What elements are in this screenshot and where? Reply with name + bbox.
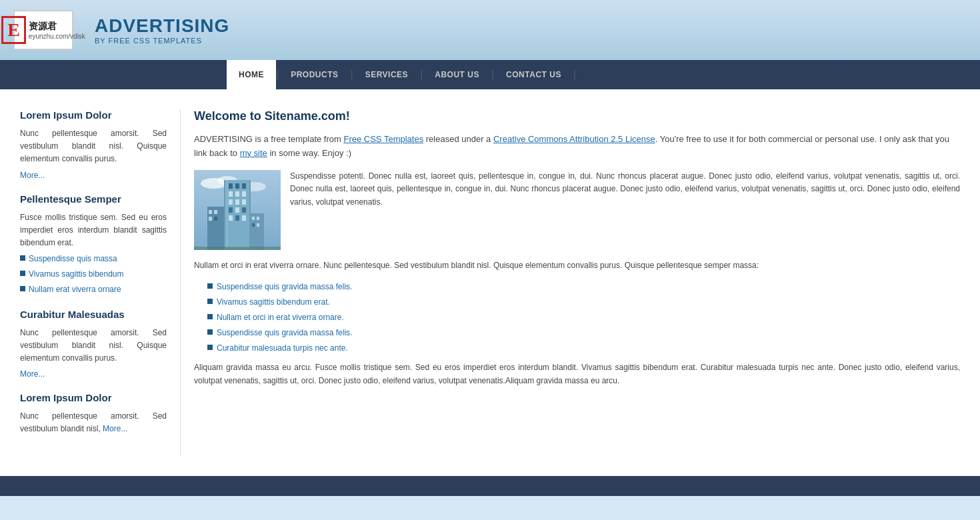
bullet-icon — [20, 255, 25, 261]
list-item: Vivamus sagittis bibendum — [20, 269, 167, 280]
sidebar-more-2[interactable]: More... — [20, 369, 45, 379]
content-link-1[interactable]: Suspendisse quis gravida massa felis. — [217, 281, 352, 293]
sidebar-title-3: Curabitur Malesuadas — [20, 309, 167, 320]
svg-rect-32 — [194, 247, 281, 250]
logo-area: E 资源君 eyunzhu.com/vdisk ADVERTISING BY F… — [13, 10, 229, 50]
content-list-main: Suspendisse quis gravida massa felis. Vi… — [207, 281, 960, 353]
content-link-4[interactable]: Suspendisse quis gravida massa felis. — [217, 327, 352, 339]
sidebar: Lorem Ipsum Dolor Nunc pellentesque amor… — [20, 103, 167, 463]
content-para-2: Nullam et orci in erat viverra ornare. N… — [194, 259, 960, 273]
list-item: Suspendisse quis gravida massa felis. — [207, 327, 960, 339]
bullet-icon — [20, 286, 25, 291]
svg-rect-5 — [225, 180, 249, 249]
svg-rect-7 — [229, 183, 233, 189]
sidebar-text-4: Nunc pellentesque amorsit. Sed vestibulu… — [20, 410, 167, 435]
sidebar-title-2: Pellentesque Semper — [20, 193, 167, 205]
content-block-with-image: Suspendisse potenti. Donec nulla est, la… — [194, 170, 960, 250]
list-item: Vivamus sagittis bibendum erat. — [207, 297, 960, 308]
svg-rect-23 — [209, 210, 212, 214]
nav-inner: HOME | PRODUCTS | SERVICES | ABOUT US | … — [0, 60, 576, 89]
site-title-area: ADVERTISING BY FREE CSS TEMPLATES — [95, 15, 229, 45]
my-site-link[interactable]: my site — [240, 148, 267, 158]
svg-rect-19 — [229, 215, 233, 221]
sidebar-more-3[interactable]: More... — [103, 424, 127, 433]
footer — [0, 476, 980, 496]
nav-item-services[interactable]: SERVICES — [353, 60, 420, 89]
site-subtitle: BY FREE CSS TEMPLATES — [95, 37, 229, 45]
header: E 资源君 eyunzhu.com/vdisk ADVERTISING BY F… — [0, 0, 980, 60]
sidebar-more-1[interactable]: More... — [20, 171, 45, 180]
content-link-2[interactable]: Vivamus sagittis bibendum erat. — [217, 297, 330, 308]
svg-rect-31 — [257, 223, 259, 227]
logo-cn-text: 资源君 — [29, 21, 85, 33]
svg-rect-21 — [242, 215, 246, 221]
content-intro: ADVERTISING is a free template from Free… — [194, 133, 960, 161]
intro-text: ADVERTISING is a free template from — [194, 134, 343, 144]
content-para-3: Aliquam gravida massa eu arcu. Fusce mol… — [194, 361, 960, 388]
main-content: Welcome to Sitename.com! ADVERTISING is … — [194, 103, 960, 463]
sidebar-link-3[interactable]: Nullam erat viverra ornare — [29, 284, 121, 295]
content-title: Welcome to Sitename.com! — [194, 109, 960, 123]
svg-rect-17 — [235, 207, 239, 213]
bullet-icon — [207, 314, 213, 319]
svg-rect-25 — [209, 217, 212, 221]
svg-rect-14 — [235, 199, 239, 205]
after-link3: in some way. Enjoy :) — [267, 148, 351, 158]
list-item: Suspendisse quis massa — [20, 253, 167, 265]
logo-e-letter: E — [1, 16, 26, 44]
bullet-icon — [207, 329, 213, 335]
sidebar-list-1: Suspendisse quis massa Vivamus sagittis … — [20, 253, 167, 295]
released-text: released under a — [423, 134, 493, 144]
sidebar-text-3: Nunc pellentesque amorsit. Sed vestibulu… — [20, 327, 167, 365]
bullet-icon — [207, 345, 213, 350]
svg-rect-29 — [257, 217, 259, 220]
sidebar-link-2[interactable]: Vivamus sagittis bibendum — [29, 269, 124, 280]
svg-rect-28 — [252, 217, 255, 220]
svg-rect-6 — [225, 180, 228, 249]
content-para-1: Suspendisse potenti. Donec nulla est, la… — [290, 170, 960, 250]
sidebar-text-1: Nunc pellentesque amorsit. Sed vestibulu… — [20, 127, 167, 166]
svg-rect-10 — [229, 191, 233, 197]
svg-rect-16 — [229, 207, 233, 213]
sidebar-title-1: Lorem Ipsum Dolor — [20, 109, 167, 121]
svg-rect-11 — [235, 191, 239, 197]
nav-item-about[interactable]: ABOUT US — [423, 60, 491, 89]
content-link-5[interactable]: Curabitur malesuada turpis nec ante. — [217, 343, 348, 354]
cc-license-link[interactable]: Creative Commons Attribution 2.5 License — [493, 134, 655, 144]
site-title: ADVERTISING — [95, 15, 229, 37]
svg-rect-24 — [214, 210, 217, 214]
list-item: Nullam erat viverra ornare — [20, 284, 167, 295]
list-item: Curabitur malesuada turpis nec ante. — [207, 343, 960, 354]
bullet-icon — [207, 299, 213, 304]
svg-rect-20 — [235, 215, 239, 221]
sidebar-title-4: Lorem Ipsum Dolor — [20, 392, 167, 403]
logo-url-text: eyunzhu.com/vdisk — [29, 33, 85, 40]
nav-item-contact[interactable]: CONTACT US — [494, 60, 573, 89]
main-wrapper: Lorem Ipsum Dolor Nunc pellentesque amor… — [0, 89, 980, 476]
svg-rect-8 — [235, 183, 239, 189]
sidebar-link-1[interactable]: Suspendisse quis massa — [29, 253, 117, 265]
svg-rect-15 — [242, 199, 246, 205]
free-css-link[interactable]: Free CSS Templates — [343, 134, 423, 144]
sidebar-text-2: Fusce mollis tristique sem. Sed eu eros … — [20, 211, 167, 250]
building-image — [194, 170, 281, 250]
list-item: Suspendisse quis gravida massa felis. — [207, 281, 960, 293]
bullet-icon — [20, 271, 25, 276]
svg-rect-26 — [214, 217, 217, 221]
nav-item-home[interactable]: HOME — [227, 60, 276, 89]
svg-rect-13 — [229, 199, 233, 205]
svg-rect-30 — [252, 223, 255, 227]
svg-rect-12 — [242, 191, 246, 197]
nav-sep-5: | — [573, 69, 576, 81]
svg-rect-9 — [242, 183, 246, 189]
bullet-icon — [207, 283, 213, 289]
main-nav: HOME | PRODUCTS | SERVICES | ABOUT US | … — [0, 60, 980, 89]
list-item: Nullam et orci in erat viverra ornare. — [207, 312, 960, 323]
logo-image: E 资源君 eyunzhu.com/vdisk — [13, 10, 73, 50]
content-link-3[interactable]: Nullam et orci in erat viverra ornare. — [217, 312, 344, 323]
svg-rect-18 — [242, 207, 246, 213]
nav-item-products[interactable]: PRODUCTS — [279, 60, 350, 89]
sidebar-divider — [180, 109, 181, 456]
